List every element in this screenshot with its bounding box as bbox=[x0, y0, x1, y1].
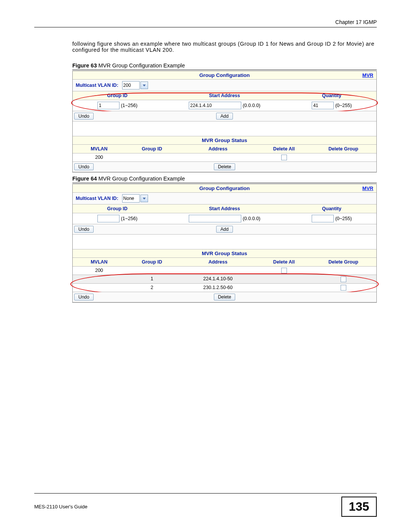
group-config-title-text: Group Configuration bbox=[199, 72, 250, 78]
hdr-quantity: Quantity bbox=[287, 204, 376, 213]
spacer bbox=[73, 235, 376, 249]
undo-button[interactable]: Undo bbox=[74, 163, 94, 170]
delete-all-checkbox[interactable] bbox=[281, 155, 287, 160]
sh-group-id: Group ID bbox=[126, 145, 178, 153]
cell-delete-group bbox=[311, 275, 376, 283]
cell-delete-group bbox=[311, 153, 376, 161]
start-addr-hint: (0.0.0.0) bbox=[243, 216, 261, 221]
delete-button[interactable]: Delete bbox=[214, 294, 236, 300]
cell-mvlan bbox=[73, 275, 126, 283]
sh-delete-group: Delete Group bbox=[311, 145, 376, 153]
cell-address bbox=[178, 153, 258, 161]
footer-guide: MES-2110 User's Guide bbox=[34, 504, 88, 510]
figure63-panel: Group Configuration MVR Multicast VLAN I… bbox=[72, 71, 377, 173]
cell-mvlan: 200 bbox=[73, 153, 126, 161]
chapter-header: Chapter 17 IGMP bbox=[34, 19, 377, 27]
group-id-hint: (1~256) bbox=[121, 103, 137, 108]
cell-address bbox=[178, 267, 258, 275]
group-config-title: Group Configuration MVR bbox=[73, 184, 376, 193]
status-data-row: 200 bbox=[73, 153, 376, 162]
vlan-dropdown-button[interactable] bbox=[140, 195, 148, 202]
delete-group-checkbox[interactable] bbox=[341, 285, 346, 291]
page-number: 135 bbox=[341, 497, 377, 517]
start-addr-hint: (0.0.0.0) bbox=[243, 103, 261, 108]
quantity-input[interactable] bbox=[312, 215, 334, 222]
hdr-start-addr: Start Address bbox=[162, 91, 287, 100]
start-addr-input[interactable] bbox=[189, 102, 241, 109]
body-paragraph: following figure shows an example where … bbox=[72, 41, 377, 53]
cell-mvlan: 200 bbox=[73, 267, 126, 275]
sh-delete-all: Delete All bbox=[258, 145, 311, 153]
config-header-row: Group ID Start Address Quantity bbox=[73, 91, 376, 100]
sh-address: Address bbox=[178, 145, 258, 153]
group-id-hint: (1~256) bbox=[121, 216, 137, 221]
start-addr-input[interactable] bbox=[189, 215, 241, 222]
page-footer: MES-2110 User's Guide 135 bbox=[34, 493, 377, 517]
cell-group-id bbox=[126, 267, 178, 275]
delete-button-row: Undo Delete bbox=[73, 292, 376, 302]
figure63-caption-text: MVR Group Configuration Example bbox=[97, 62, 185, 69]
sh-address: Address bbox=[178, 258, 258, 266]
hdr-start-addr: Start Address bbox=[162, 204, 287, 213]
delete-all-checkbox[interactable] bbox=[281, 268, 287, 273]
figure64-caption: Figure 64 MVR Group Configuration Exampl… bbox=[72, 176, 377, 183]
spacer bbox=[73, 121, 376, 136]
cell-mvlan bbox=[73, 284, 126, 292]
status-title: MVR Group Status bbox=[73, 136, 376, 145]
status-data-row: 200 bbox=[73, 267, 376, 275]
figure64-caption-bold: Figure 64 bbox=[72, 176, 97, 182]
sh-mvlan: MVLAN bbox=[73, 258, 126, 266]
group-id-input[interactable] bbox=[97, 215, 119, 222]
cell-group-id: 1 bbox=[126, 275, 178, 283]
delete-group-checkbox[interactable] bbox=[341, 276, 346, 282]
mvr-link[interactable]: MVR bbox=[362, 72, 373, 78]
quantity-hint: (0~255) bbox=[335, 216, 352, 221]
config-input-row: (1~256) (0.0.0.0) (0~255) bbox=[73, 100, 376, 111]
status-data-row: 2 230.1.2.50-60 bbox=[73, 284, 376, 292]
cell-delete-all bbox=[258, 284, 311, 292]
undo-button[interactable]: Undo bbox=[74, 113, 94, 120]
mvr-link[interactable]: MVR bbox=[362, 185, 373, 191]
add-button[interactable]: Add bbox=[216, 226, 233, 233]
vlan-row: Multicast VLAN ID: bbox=[73, 80, 376, 91]
add-button-row: Undo Add bbox=[73, 224, 376, 235]
group-id-input[interactable] bbox=[97, 102, 119, 109]
vlan-label: Multicast VLAN ID: bbox=[76, 83, 118, 88]
vlan-id-input[interactable] bbox=[122, 194, 140, 203]
sh-mvlan: MVLAN bbox=[73, 145, 126, 153]
hdr-group-id: Group ID bbox=[73, 204, 162, 213]
cell-delete-group bbox=[311, 284, 376, 292]
vlan-label: Multicast VLAN ID: bbox=[76, 196, 118, 201]
status-data-row: 1 224.1.4.10-50 bbox=[73, 275, 376, 283]
undo-button[interactable]: Undo bbox=[74, 294, 94, 300]
add-button[interactable]: Add bbox=[216, 113, 233, 120]
group-config-title-text: Group Configuration bbox=[199, 185, 250, 191]
hdr-quantity: Quantity bbox=[287, 91, 376, 100]
vlan-row: Multicast VLAN ID: bbox=[73, 193, 376, 204]
sh-delete-group: Delete Group bbox=[311, 258, 376, 266]
cell-group-id bbox=[126, 153, 178, 161]
cell-delete-group bbox=[311, 267, 376, 275]
cell-delete-all bbox=[258, 267, 311, 275]
config-header-row: Group ID Start Address Quantity bbox=[73, 204, 376, 213]
figure63-caption: Figure 63 MVR Group Configuration Exampl… bbox=[72, 62, 377, 70]
status-header-row: MVLAN Group ID Address Delete All Delete… bbox=[73, 258, 376, 267]
sh-group-id: Group ID bbox=[126, 258, 178, 266]
delete-button-row: Undo Delete bbox=[73, 162, 376, 172]
cell-address: 230.1.2.50-60 bbox=[178, 284, 258, 292]
sh-delete-all: Delete All bbox=[258, 258, 311, 266]
status-header-row: MVLAN Group ID Address Delete All Delete… bbox=[73, 145, 376, 153]
delete-button[interactable]: Delete bbox=[214, 163, 236, 170]
vlan-dropdown-button[interactable] bbox=[140, 81, 148, 89]
figure64-caption-text: MVR Group Configuration Example bbox=[97, 176, 185, 182]
quantity-input[interactable] bbox=[312, 102, 334, 109]
undo-button[interactable]: Undo bbox=[74, 226, 94, 233]
vlan-id-input[interactable] bbox=[122, 81, 140, 89]
cell-delete-all bbox=[258, 153, 311, 161]
hdr-group-id: Group ID bbox=[73, 91, 162, 100]
svg-marker-1 bbox=[143, 198, 146, 200]
status-title: MVR Group Status bbox=[73, 249, 376, 258]
cell-group-id: 2 bbox=[126, 284, 178, 292]
quantity-hint: (0~255) bbox=[335, 103, 352, 108]
cell-address: 224.1.4.10-50 bbox=[178, 275, 258, 283]
